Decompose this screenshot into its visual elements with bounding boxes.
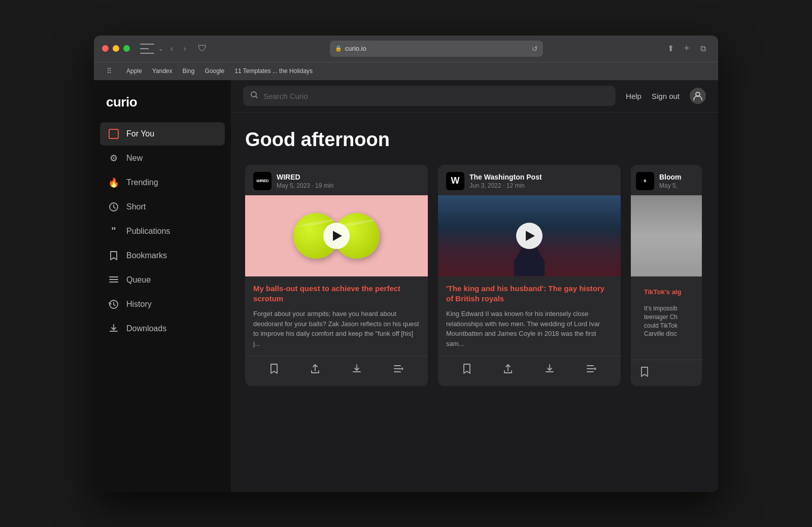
queue-action-wapo[interactable] (582, 363, 600, 377)
pub-name-bloomberg: Bloom (659, 173, 682, 181)
bookmark-action-wired[interactable] (265, 361, 283, 379)
maximize-button[interactable] (123, 45, 130, 52)
sidebar-toggle-button[interactable] (140, 44, 154, 54)
download-action-wired[interactable] (348, 362, 365, 378)
sidebar-item-short[interactable]: Short (100, 195, 225, 219)
article-card-wired: WIRED WIRED May 5, 2023 · 19 min (245, 165, 428, 387)
close-button[interactable] (102, 45, 109, 52)
user-avatar[interactable] (690, 88, 706, 104)
app-content: curio For You ⚙ New 🔥 (94, 80, 718, 492)
search-icon (250, 91, 258, 101)
article-excerpt-wired: Forget about your armpits; have you hear… (253, 309, 420, 348)
card-image-wapo (438, 195, 621, 276)
download-action-wapo[interactable] (541, 362, 558, 378)
reload-button[interactable]: ↺ (532, 45, 538, 53)
sidebar-label-short: Short (126, 202, 146, 212)
bookmark-templates[interactable]: 11 Templates ... the Holidays (234, 67, 313, 75)
help-button[interactable]: Help (626, 92, 641, 100)
sidebar-label-publications: Publications (126, 227, 170, 236)
sign-out-button[interactable]: Sign out (652, 92, 680, 100)
sidebar-label-queue: Queue (126, 275, 151, 285)
sidebar-item-bookmarks[interactable]: Bookmarks (100, 244, 225, 267)
sidebar-item-history[interactable]: History (100, 293, 225, 316)
sidebar-nav: For You ⚙ New 🔥 Trending (94, 122, 231, 482)
card-header-wapo: W The Washington Post Jun 3, 2022 · 12 m… (438, 165, 621, 195)
logo-text: curio (106, 94, 137, 110)
article-card-bloomberg: B Bloom May 5, TikTok's alg (631, 165, 702, 387)
browser-chrome: ⌄ ‹ › 🛡 🔒 curio.io ↺ ⬆ + ⧉ ⠿ Apple Yande… (94, 36, 718, 80)
sidebar-item-publications[interactable]: " Publications (100, 220, 225, 243)
bookmarks-bar: ⠿ Apple Yandex Bing Google 11 Templates … (94, 62, 718, 80)
address-bar[interactable]: 🔒 curio.io ↺ (330, 41, 543, 57)
bookmark-bing[interactable]: Bing (183, 67, 195, 75)
pub-date-wired: May 5, 2023 · 19 min (277, 182, 333, 189)
card-body-wired: My balls-out quest to achieve the perfec… (245, 276, 428, 356)
pub-date-wapo: Jun 3, 2022 · 12 min (469, 182, 542, 189)
articles-row: WIRED WIRED May 5, 2023 · 19 min (245, 165, 704, 387)
article-card-wapo: W The Washington Post Jun 3, 2022 · 12 m… (438, 165, 621, 387)
bookmark-action-bloomberg[interactable] (636, 364, 653, 382)
card-actions-wired (245, 356, 428, 386)
queue-action-wired[interactable] (389, 363, 408, 377)
play-button-wapo[interactable] (516, 223, 543, 249)
bookmark-apple[interactable]: Apple (126, 67, 142, 75)
sidebar-label-new: New (126, 154, 143, 163)
sidebar-item-for-you[interactable]: For You (100, 122, 225, 146)
chevron-down-icon: ⌄ (158, 45, 163, 52)
share-action-wired[interactable] (307, 362, 324, 378)
sidebar-label-downloads: Downloads (126, 324, 166, 333)
sidebar: curio For You ⚙ New 🔥 (94, 80, 231, 492)
pub-info-wired: WIRED May 5, 2023 · 19 min (277, 173, 333, 189)
card-actions-wapo (438, 356, 621, 386)
sidebar-item-trending[interactable]: 🔥 Trending (100, 171, 225, 194)
article-excerpt-bloomberg: It's impossib teenager Ch could TikTok C… (639, 301, 694, 341)
share-action-wapo[interactable] (499, 362, 517, 378)
pub-logo-wired: WIRED (253, 172, 272, 190)
browser-controls: ⌄ ‹ › (140, 42, 189, 55)
list-icon (108, 274, 119, 286)
play-button-wired[interactable] (323, 223, 350, 249)
gear-icon: ⚙ (108, 153, 119, 164)
history-icon (108, 299, 119, 310)
article-title-wapo[interactable]: 'The king and his husband': The gay hist… (446, 284, 613, 304)
grid-icon[interactable]: ⠿ (102, 64, 116, 78)
pub-date-bloomberg: May 5, (659, 182, 682, 189)
for-you-icon (108, 128, 119, 139)
back-button[interactable]: ‹ (167, 42, 176, 55)
shield-icon[interactable]: 🛡 (195, 42, 210, 56)
sidebar-item-new[interactable]: ⚙ New (100, 147, 225, 170)
minimize-button[interactable] (113, 45, 119, 52)
sidebar-item-queue[interactable]: Queue (100, 268, 225, 292)
card-header-wired: WIRED WIRED May 5, 2023 · 19 min (245, 165, 428, 195)
bookmark-action-wapo[interactable] (458, 361, 476, 379)
article-excerpt-wapo: King Edward II was known for his intense… (446, 309, 613, 348)
sidebar-item-downloads[interactable]: Downloads (100, 317, 225, 340)
bookmark-google[interactable]: Google (205, 67, 225, 75)
search-placeholder: Search Curio (263, 92, 308, 100)
quote-icon: " (108, 226, 119, 237)
pub-logo-bloomberg: B (636, 172, 654, 190)
pub-logo-wapo: W (446, 172, 464, 190)
card-image-bloomberg (631, 195, 702, 276)
main-body: Good afternoon WIRED WIRED May 5, 2023 ·… (231, 113, 718, 492)
share-button[interactable]: ⬆ (663, 42, 678, 56)
bookmark-yandex[interactable]: Yandex (152, 67, 173, 75)
sidebar-label-trending: Trending (126, 178, 158, 187)
pub-name-wired: WIRED (277, 173, 333, 181)
traffic-lights (102, 45, 130, 52)
forward-button[interactable]: › (180, 42, 189, 55)
clock-icon (108, 201, 119, 213)
new-tab-button[interactable]: + (680, 42, 694, 56)
sidebar-label-for-you: For You (126, 129, 154, 138)
article-title-bloomberg[interactable]: TikTok's alg (639, 284, 694, 297)
card-actions-bloomberg (631, 360, 702, 386)
pub-info-wapo: The Washington Post Jun 3, 2022 · 12 min (469, 173, 542, 189)
card-image-wired (245, 195, 428, 276)
card-body-wapo: 'The king and his husband': The gay hist… (438, 276, 621, 356)
search-bar[interactable]: Search Curio (243, 86, 616, 106)
tabs-button[interactable]: ⧉ (696, 42, 710, 56)
play-triangle-icon (333, 231, 342, 241)
article-title-wired[interactable]: My balls-out quest to achieve the perfec… (253, 284, 420, 304)
browser-actions: ⬆ + ⧉ (663, 42, 710, 56)
card-body-bloomberg: TikTok's alg It's impossib teenager Ch c… (631, 276, 702, 360)
